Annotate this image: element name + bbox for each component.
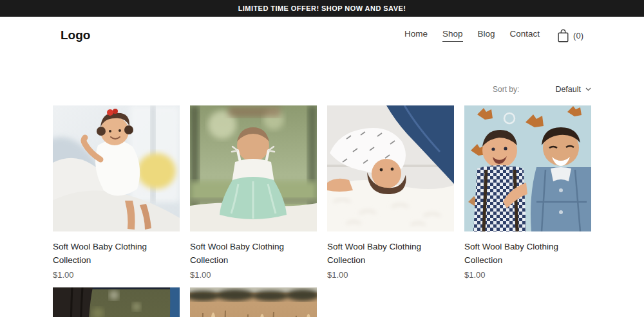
product-price: $1.00 <box>53 270 180 280</box>
product-image[interactable] <box>327 105 454 231</box>
product-title[interactable]: Soft Wool Baby Clothing Collection <box>53 240 180 267</box>
announcement-bar: LIMITED TIME OFFER! SHOP NOW AND SAVE! <box>0 0 644 17</box>
sort-dropdown-value: Default <box>555 85 581 94</box>
site-header: Logo Home Shop Blog Contact (0) <box>0 17 644 54</box>
cart-count: (0) <box>573 31 583 41</box>
chevron-down-icon <box>585 87 591 91</box>
product-title[interactable]: Soft Wool Baby Clothing Collection <box>190 240 317 267</box>
product-price: $1.00 <box>190 270 317 280</box>
sort-dropdown[interactable]: Default <box>555 85 591 94</box>
cart-button[interactable]: (0) <box>557 29 583 42</box>
product-image[interactable] <box>53 105 180 231</box>
product-grid: Soft Wool Baby Clothing Collection $1.00 <box>53 105 591 317</box>
product-price: $1.00 <box>464 270 591 280</box>
nav-link-contact[interactable]: Contact <box>510 29 540 42</box>
product-title[interactable]: Soft Wool Baby Clothing Collection <box>327 240 454 267</box>
announcement-text: LIMITED TIME OFFER! SHOP NOW AND SAVE! <box>238 5 406 12</box>
product-card[interactable]: Soft Wool Baby Clothing Collection $1.00 <box>327 105 454 280</box>
product-image[interactable] <box>464 105 591 231</box>
shopping-bag-icon <box>557 29 569 42</box>
product-price: $1.00 <box>327 270 454 280</box>
product-card[interactable]: Soft Wool Baby Clothing Collection $1.00 <box>53 105 180 280</box>
product-title[interactable]: Soft Wool Baby Clothing Collection <box>464 240 591 267</box>
nav-link-shop[interactable]: Shop <box>442 29 463 42</box>
product-image[interactable] <box>190 287 317 317</box>
product-card[interactable] <box>190 287 317 317</box>
product-card[interactable] <box>53 287 180 317</box>
nav-link-blog[interactable]: Blog <box>478 29 495 42</box>
nav-link-home[interactable]: Home <box>404 29 428 42</box>
sort-toolbar: Sort by: Default <box>53 84 591 95</box>
product-card[interactable]: Soft Wool Baby Clothing Collection $1.00 <box>464 105 591 280</box>
product-image[interactable] <box>53 287 180 317</box>
product-image[interactable] <box>190 105 317 231</box>
site-logo[interactable]: Logo <box>61 28 90 42</box>
sort-by-label: Sort by: <box>493 85 519 94</box>
main-nav: Home Shop Blog Contact (0) <box>404 29 583 42</box>
product-card[interactable]: Soft Wool Baby Clothing Collection $1.00 <box>190 105 317 280</box>
